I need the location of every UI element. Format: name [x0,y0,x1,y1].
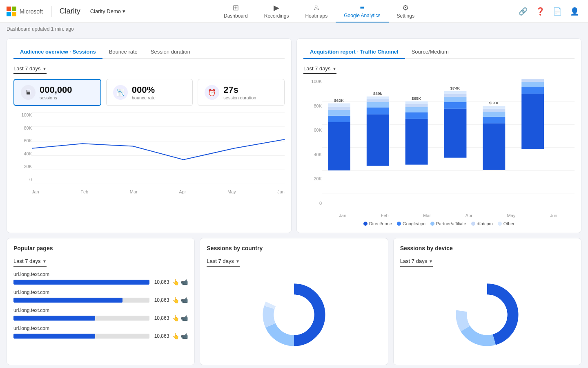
nav-heatmaps[interactable]: ♨ Heatmaps [297,0,336,23]
tab-session-duration[interactable]: Session duration [144,45,197,59]
sessions-country-dropdown-chevron: ▾ [236,258,239,264]
tab-audience-sessions[interactable]: Audience overview · Sessions [13,45,102,59]
svg-text:$74K: $74K [450,86,460,90]
svg-rect-32 [405,101,428,104]
help-button[interactable]: ❓ [533,4,547,18]
svg-point-55 [274,295,314,335]
recording-action-1[interactable]: 📹 [181,279,188,285]
acquisition-dropdown-label: Last 7 days [303,65,331,72]
nav-recordings[interactable]: ▶ Recordings [256,0,297,23]
brand-area: Microsoft Clarity [7,6,80,17]
stat-duration-text: 27s session duration [223,85,256,100]
acquisition-tab-bar: Acquisition report · Traffic Channel Sou… [303,45,575,59]
page-item-1: url.long.text.com 10,863 👆 📹 [13,272,188,285]
legend-dfa: dfa/cpm [471,221,493,226]
main-content: Audience overview · Sessions Bounce rate… [0,35,588,368]
svg-rect-22 [367,114,389,166]
sessions-device-dropdown-chevron: ▾ [430,258,432,264]
tab-traffic-channel[interactable]: Acquisition report · Traffic Channel [303,45,405,59]
legend-label-partner: Partner/affiliate [436,221,466,226]
y-axis-labels: 100K 80K 60K 40K 20K 0 [13,112,32,182]
bounce-icon: 📉 [113,85,128,100]
legend-dot-other [498,222,502,226]
legend-label-direct: Direct/none [369,221,392,226]
recording-action-4[interactable]: 📹 [181,333,188,339]
svg-rect-2 [7,12,11,16]
svg-rect-29 [405,112,428,119]
page-item-3: url.long.text.com 10,863 👆 📹 [13,307,188,321]
svg-rect-36 [444,97,467,102]
page-bar-row-1: 10,863 👆 📹 [13,279,188,285]
share-button[interactable]: 🔗 [516,4,530,18]
legend-google-cpc: Google/cpc [397,221,425,226]
bar-y-labels: 100K 80K 60K 40K 20K 0 [303,79,322,206]
page-actions-4: 👆 📹 [172,333,188,339]
popular-pages-dropdown[interactable]: Last 7 days ▾ [13,256,47,267]
svg-rect-18 [328,110,350,116]
tab-source-medium[interactable]: Source/Medium [405,45,455,59]
sessions-country-dropdown[interactable]: Last 7 days ▾ [207,256,240,267]
svg-text:$65K: $65K [412,96,421,101]
heatmap-action-2[interactable]: 👆 [172,297,179,303]
country-donut-svg [257,278,331,352]
page-count-2: 10,863 [153,297,169,303]
page-url-4: url.long.text.com [13,325,188,331]
device-donut-svg [450,278,524,352]
microsoft-logo [7,7,16,16]
sessions-device-dropdown-label: Last 7 days [400,258,428,264]
bounce-value: 000% [132,85,156,95]
duration-label: session duration [223,95,256,100]
acquisition-dropdown-chevron: ▾ [333,66,336,72]
sessions-device-dropdown[interactable]: Last 7 days ▾ [400,256,433,267]
page-bar-row-3: 10,863 👆 📹 [13,315,188,321]
stat-duration[interactable]: ⏰ 27s session duration [198,79,285,106]
project-selector[interactable]: Clarity Demo ▾ [87,7,129,16]
svg-text:$62K: $62K [334,98,344,103]
microsoft-text: Microsoft [20,8,43,15]
heatmap-action-3[interactable]: 👆 [172,315,179,321]
stat-sessions[interactable]: 🖥 000,000 sessions [13,79,101,106]
tab-bounce-rate[interactable]: Bounce rate [102,45,144,59]
nav-google-analytics[interactable]: ≡ Google Analytics [336,0,388,22]
legend-label-dfa: dfa/cpm [477,221,493,226]
google-analytics-icon: ≡ [360,3,365,12]
sessions-label: sessions [40,95,72,100]
nav-dashboard[interactable]: ⊞ Dashboard [216,0,256,23]
svg-rect-16 [328,122,350,171]
acquisition-dropdown[interactable]: Last 7 days ▾ [303,64,336,74]
device-donut-chart [400,272,575,358]
nav-settings[interactable]: ⚙ Settings [389,0,423,23]
main-nav: ⊞ Dashboard ▶ Recordings ♨ Heatmaps ≡ Go… [216,0,423,23]
heatmap-action-4[interactable]: 👆 [172,333,179,339]
recording-action-3[interactable]: 📹 [181,315,188,321]
page-bar-track-4 [13,334,149,339]
stat-bounce[interactable]: 📉 000% bounce rate [106,79,193,106]
svg-rect-19 [328,107,350,110]
account-button[interactable]: 👤 [568,4,581,18]
svg-rect-46 [521,94,544,149]
heatmap-action-1[interactable]: 👆 [172,279,179,285]
sessions-country-card: Sessions by country Last 7 days ▾ [200,238,388,365]
svg-rect-49 [521,79,544,82]
page-count-4: 10,863 [153,333,169,339]
page-bar-track-3 [13,316,149,321]
page-bar-track-1 [13,280,149,285]
legend-dot-google [397,222,401,226]
settings-icon: ⚙ [402,3,409,12]
audience-dropdown[interactable]: Last 7 days ▾ [13,64,47,74]
header-divider [51,6,51,17]
svg-rect-40 [483,123,505,170]
recording-action-2[interactable]: 📹 [181,297,188,303]
country-donut-chart [207,272,381,358]
svg-rect-42 [483,112,505,117]
app-header: Microsoft Clarity Clarity Demo ▾ ⊞ Dashb… [0,0,588,23]
duration-value: 27s [223,85,256,95]
audience-dropdown-label: Last 7 days [13,65,41,72]
legend-dot-partner [430,222,434,226]
svg-rect-41 [483,117,505,123]
page-bar-row-4: 10,863 👆 📹 [13,333,188,339]
x-axis-labels: Jan Feb Mar Apr May Jun [32,189,285,194]
legend-partner: Partner/affiliate [430,221,466,226]
svg-point-59 [467,295,508,335]
docs-button[interactable]: 📄 [550,4,564,18]
